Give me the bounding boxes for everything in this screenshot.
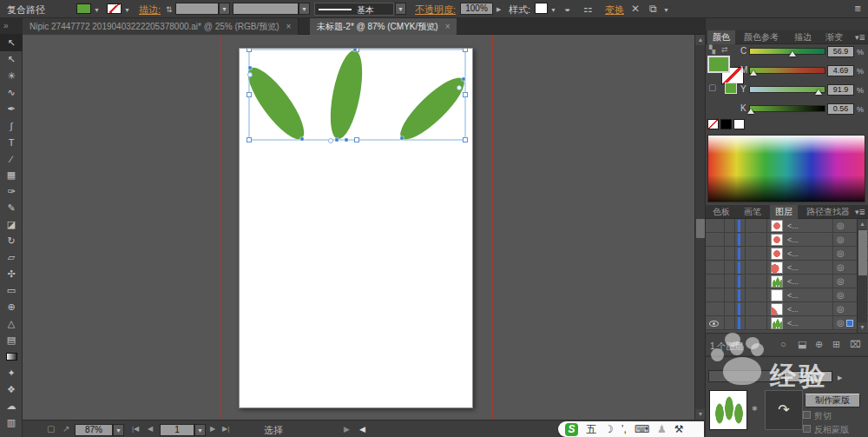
export-arrow-icon[interactable]: ↗ [62, 424, 69, 434]
variable-width-select[interactable] [233, 3, 299, 15]
chevron-down-icon[interactable]: ▼ [219, 3, 230, 15]
layer-row[interactable]: <...◎ [706, 288, 868, 302]
line-segment-tool[interactable]: ∕ [0, 150, 23, 167]
fill-color-swatch[interactable] [76, 3, 91, 14]
column-graph-tool[interactable]: ▥ [0, 414, 23, 431]
dock-tab-1[interactable]: 色板 [707, 205, 735, 219]
mask-placeholder[interactable]: ↷ [765, 390, 803, 430]
chevron-down-icon[interactable]: ▼ [299, 3, 310, 15]
chevron-right-icon[interactable]: ▶ [838, 374, 842, 381]
layer-row[interactable]: <...◎ [706, 316, 868, 330]
mesh-tool[interactable]: ▤ [0, 332, 23, 348]
eyedropper-tool[interactable]: ✦ [0, 365, 23, 381]
color-tab-3[interactable]: 描边 [789, 30, 817, 44]
artboard[interactable] [239, 48, 473, 408]
blend-tool[interactable]: ❖ [0, 381, 23, 398]
rectangle-tool[interactable]: ▦ [0, 167, 23, 183]
target-icon[interactable]: ◎ [837, 290, 845, 301]
chevron-down-icon[interactable]: ▼ [113, 424, 124, 436]
layer-name-label[interactable]: <... [787, 263, 799, 272]
invert-mask-checkbox[interactable] [803, 425, 811, 433]
width-tool[interactable]: ✣ [0, 266, 23, 282]
layers-scrollbar[interactable]: ▲ ▼ [857, 219, 867, 333]
magic-wand-tool[interactable]: ✳ [0, 68, 23, 84]
chevron-right-icon[interactable]: ▶ [496, 6, 501, 12]
cube-icon[interactable]: ▢ [708, 83, 716, 92]
document-tab[interactable]: Nipic 27447772 20190403222205378000.ai* … [23, 18, 299, 35]
blend-mode-select[interactable]: ▼ [708, 370, 781, 382]
dock-tab-2[interactable]: 画笔 [739, 205, 766, 219]
perspective-grid-tool[interactable]: △ [0, 315, 23, 332]
layer-thumbnail[interactable] [771, 262, 783, 274]
make-clip-mask-icon[interactable]: ⬓ [798, 339, 806, 350]
artboard-number-input[interactable]: 1 [160, 424, 194, 436]
slider-track[interactable] [749, 67, 825, 74]
scroll-up-icon[interactable]: ▲ [858, 219, 867, 229]
layer-name-label[interactable]: <... [787, 249, 799, 258]
target-icon[interactable]: ◎ [837, 221, 845, 231]
prev-artboard-icon[interactable]: ◀ [148, 424, 153, 434]
pen-tool[interactable]: ✒ [0, 101, 23, 117]
scrollbar-thumb[interactable] [696, 219, 705, 238]
curvature-tool[interactable]: ∫ [0, 117, 23, 134]
leaf-center[interactable] [325, 49, 368, 142]
locate-object-icon[interactable]: ○ [780, 339, 786, 349]
direct-selection-tool[interactable]: ↖ [0, 51, 23, 68]
document-icon[interactable]: ▢ [47, 424, 55, 434]
document-tab-active[interactable]: 未标题-2* @ 87% (CMYK/预览)× [310, 18, 457, 35]
close-icon[interactable]: × [445, 22, 450, 31]
slider-track[interactable] [749, 86, 825, 93]
opacity-input[interactable]: 100% [784, 371, 832, 382]
layer-thumbnail[interactable] [771, 303, 783, 315]
channel-value-input[interactable]: 91.9 [827, 84, 854, 96]
chevron-down-icon[interactable]: ▼ [124, 7, 130, 13]
target-icon[interactable]: ◎ [837, 248, 845, 259]
transform-link[interactable]: 变换 [605, 3, 624, 17]
ime-person-icon[interactable]: ♟ [657, 423, 667, 435]
layer-name-label[interactable]: <... [787, 305, 799, 314]
pattern-icon[interactable]: ▚ [709, 45, 715, 54]
stroke-link[interactable]: 描边: [139, 3, 161, 17]
layer-row[interactable]: <...◎ [706, 302, 868, 316]
layer-thumbnail[interactable] [771, 317, 783, 329]
swap-fill-stroke-icon[interactable]: ⇄ [721, 45, 728, 54]
ime-punct-icon[interactable]: ’, [621, 423, 627, 435]
scroll-right-icon[interactable]: ▶ [344, 424, 350, 434]
stroke-color-swatch[interactable] [107, 3, 122, 14]
selection-tool[interactable]: ↖ [0, 35, 23, 51]
none-swatch[interactable] [707, 119, 719, 129]
style-swatch[interactable] [535, 3, 548, 14]
workspace-chevrons-icon[interactable]: » [3, 21, 9, 30]
paintbrush-tool[interactable]: ✑ [0, 183, 23, 200]
panel-menu-icon[interactable]: ▾≣ [855, 33, 865, 42]
stepper-icon[interactable]: ⇅ [166, 3, 173, 16]
close-icon[interactable]: × [286, 22, 292, 31]
chevron-down-icon[interactable]: ▼ [770, 371, 780, 381]
chevron-down-icon[interactable]: ▼ [550, 7, 556, 13]
opacity-input[interactable]: 100% [460, 3, 493, 15]
chevron-down-icon[interactable]: ▼ [194, 424, 206, 436]
dock-tab-3[interactable]: 图层 [770, 205, 798, 219]
target-icon[interactable]: ◎ [837, 304, 845, 315]
make-mask-button[interactable]: 制作蒙版 [805, 394, 860, 407]
slider-handle[interactable] [747, 109, 754, 114]
clip-checkbox[interactable] [803, 411, 811, 419]
isolate-cross-icon[interactable]: ✕ [631, 3, 640, 15]
color-tab-1[interactable]: 颜色 [707, 30, 735, 44]
channel-value-input[interactable]: 56.9 [827, 46, 854, 57]
scroll-up-icon[interactable]: ▲ [695, 35, 705, 45]
shape-builder-tool[interactable]: ⊕ [0, 299, 23, 315]
scroll-down-icon[interactable]: ▼ [858, 322, 867, 333]
panel-menu-icon[interactable]: ▾≣ [855, 208, 865, 216]
layer-row[interactable]: <...◎ [706, 247, 868, 261]
layer-thumbnail[interactable] [771, 275, 783, 288]
symbol-sprayer-tool[interactable]: ☁ [0, 398, 23, 414]
layer-thumbnail[interactable] [771, 234, 783, 246]
rotate-tool[interactable]: ↻ [0, 233, 23, 249]
lasso-tool[interactable]: ∿ [0, 84, 23, 101]
new-layer-icon[interactable]: ⊞ [832, 339, 840, 350]
pencil-tool[interactable]: ✎ [0, 200, 23, 216]
slider-track[interactable] [749, 48, 825, 55]
scale-tool[interactable]: ▱ [0, 249, 23, 266]
align-options-icon[interactable]: ⚏ [583, 3, 593, 15]
